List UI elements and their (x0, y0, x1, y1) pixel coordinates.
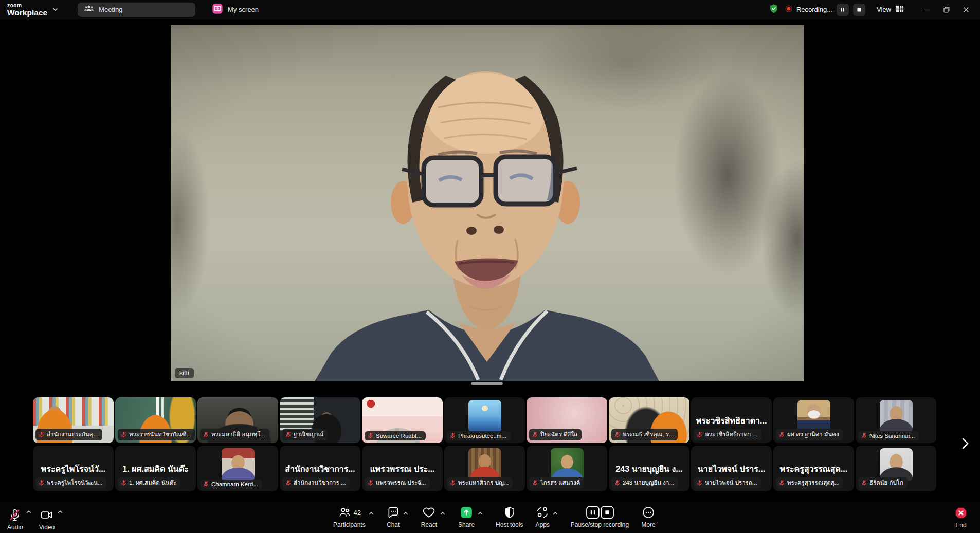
share-button[interactable]: Share (458, 505, 475, 528)
react-menu-chevron[interactable] (440, 509, 446, 519)
pause-recording-button[interactable] (837, 4, 849, 16)
apps-menu-chevron[interactable] (552, 509, 558, 519)
participant-name-pill: ธีร์ดนัย กัปโก (858, 477, 908, 489)
participant-name-pill: พระเมธีวชิรคุณ, ร... (611, 429, 678, 440)
participant-name-pill: นายไวพจน์ ปรารถ... (694, 477, 761, 489)
participant-tile[interactable]: 243 นายบุญยืน ง...243 นายบุญยืน งา... (609, 446, 689, 491)
video-menu-chevron[interactable] (57, 508, 63, 517)
mic-muted-icon (532, 480, 538, 486)
participant-tile[interactable]: สำนักงานประกันคุ... (33, 397, 114, 443)
participant-tile[interactable]: สำนักงานวิชาการ...สำนักงานวิชาการ ... (280, 446, 360, 491)
participant-tile[interactable]: ปิยะฉัตร ดีสีใส (527, 397, 607, 443)
participants-label: Participants (333, 521, 366, 528)
participants-button[interactable]: 42Participants (333, 505, 366, 528)
mic-muted-icon (285, 431, 292, 438)
participant-name-pill: พระราชนันทวัชรบัณฑิ... (118, 429, 195, 440)
gallery-next-page-button[interactable] (958, 437, 972, 452)
audio-button[interactable]: Audio (7, 504, 23, 531)
participant-name-pill: Phrakrusutee..m... (447, 431, 511, 440)
heart-icon (422, 506, 435, 519)
toolbar-unit-video: Video (39, 504, 63, 531)
participant-tile[interactable]: ฐาณิชญาณ์ (280, 397, 360, 443)
chat-icon (387, 506, 400, 519)
camera-icon (40, 508, 53, 522)
react-label: React (421, 521, 437, 528)
participant-name-pill: Chamnarn Kerd... (200, 480, 262, 489)
stop-recording-button[interactable] (853, 4, 865, 16)
participant-tile[interactable]: 1. ผศ.สมคิด นันต๊ะ1. ผศ.สมคิด นันต๊ะ (115, 446, 196, 491)
participant-tile[interactable]: ผศ.ดร.ฐานิดา มั่นคง (773, 397, 854, 443)
chat-menu-chevron[interactable] (403, 509, 409, 519)
participant-name-pill: ผศ.ดร.ฐานิดา มั่นคง (776, 429, 843, 440)
more-icon (642, 506, 655, 519)
participant-tile[interactable]: Nites Sanannar... (856, 397, 936, 443)
apps-icon (536, 506, 549, 519)
participant-center-name: พระครูไพโรจน์วั... (33, 463, 114, 475)
participant-tile[interactable]: Chamnarn Kerd... (197, 446, 278, 491)
participant-tile[interactable]: พระมหาศิวกร ปญ... (444, 446, 525, 491)
mic-muted-icon (614, 480, 621, 486)
toolbar-unit-end: End (954, 506, 968, 529)
participant-tile[interactable]: นายไวพจน์ ปราร...นายไวพจน์ ปรารถ... (691, 446, 772, 491)
participant-center-name: พระครูสุวรรณสุด... (773, 463, 854, 475)
toolbar-unit-chat: Chat (387, 505, 409, 528)
window-controls (917, 0, 976, 19)
participant-name-pill: พระครูไพโรจน์วัฒน... (35, 477, 106, 489)
participants-menu-chevron[interactable] (368, 509, 374, 519)
pause-stop-recording-button[interactable]: Pause/stop recording (571, 505, 629, 528)
close-button[interactable] (956, 0, 976, 19)
share-label: Share (458, 521, 475, 528)
end-icon (954, 506, 968, 520)
tab-label: My screen (228, 6, 259, 13)
participant-tile[interactable]: พระวชิรสิทธิธาดา...พระวชิรสิทธิธาดา ... (691, 397, 772, 443)
titlebar-right: Recording... View (769, 0, 976, 19)
participant-center-name: นายไวพจน์ ปราร... (691, 463, 772, 475)
toolbar-unit-host-tools: Host tools (496, 505, 523, 528)
maximize-button[interactable] (937, 0, 956, 19)
chevron-down-icon[interactable] (52, 5, 58, 14)
host-tools-button[interactable]: Host tools (496, 505, 523, 528)
audio-menu-chevron[interactable] (26, 508, 32, 517)
view-label: View (877, 6, 891, 13)
participant-tile[interactable]: Phrakrusutee..m... (444, 397, 525, 443)
participant-name-label: พระวชิรสิทธิธาดา ... (705, 430, 757, 439)
view-button[interactable]: View (877, 5, 904, 15)
tab-my-screen[interactable]: My screen (206, 3, 265, 17)
mic-muted-icon (285, 480, 292, 486)
participant-name-label: 1. ผศ.สมคิด นันต๊ะ (129, 478, 176, 487)
active-speaker-video: kitti (171, 25, 804, 381)
participant-tile[interactable]: พระมหาธิติ อนุภทฺโ... (197, 397, 278, 443)
mic-muted-icon (367, 432, 374, 439)
people-icon (84, 4, 94, 15)
end-label: End (955, 522, 966, 529)
mic-muted-icon (778, 431, 785, 438)
participant-name-pill: 1. ผศ.สมคิด นันต๊ะ (118, 477, 180, 489)
participant-tile[interactable]: Suwaree Ruabt... (362, 397, 443, 443)
participant-tile[interactable]: พระเมธีวชิรคุณ, ร... (609, 397, 689, 443)
video-button[interactable]: Video (39, 504, 55, 531)
participant-tile[interactable]: พระครูไพโรจน์วั...พระครูไพโรจน์วัฒน... (33, 446, 114, 491)
participant-name-pill: พระมหาศิวกร ปญ... (447, 477, 513, 489)
participant-center-name: 1. ผศ.สมคิด นันต๊ะ (115, 463, 196, 475)
participant-name-label: พระราชนันทวัชรบัณฑิ... (129, 430, 191, 439)
apps-button[interactable]: Apps (535, 505, 549, 528)
participant-tile[interactable]: ธีร์ดนัย กัปโก (856, 446, 936, 491)
share-menu-chevron[interactable] (477, 509, 483, 519)
participant-avatar (880, 400, 913, 433)
chat-button[interactable]: Chat (387, 505, 400, 528)
participant-tile[interactable]: แพรวพรรณ ประ...แพรวพรรณ ประจั... (362, 446, 443, 491)
more-button[interactable]: More (641, 505, 655, 528)
mic-muted-icon (120, 431, 127, 438)
participant-avatar (222, 448, 255, 481)
shield-half-icon (503, 506, 516, 519)
toolbar-unit-audio: Audio (7, 504, 32, 531)
participant-tile[interactable]: พระครูสุวรรณสุด...พระครูสุวรรณสุตสุ... (773, 446, 854, 491)
mic-muted-icon (367, 480, 374, 486)
react-button[interactable]: React (421, 505, 437, 528)
minimize-button[interactable] (917, 0, 937, 19)
tab-meeting[interactable]: Meeting (78, 3, 195, 17)
gallery-resize-handle[interactable] (471, 382, 503, 385)
end-button[interactable]: End (954, 506, 968, 529)
participant-tile[interactable]: พระราชนันทวัชรบัณฑิ... (115, 397, 196, 443)
participant-tile[interactable]: ไกรสร แสนวงค์ (527, 446, 607, 491)
